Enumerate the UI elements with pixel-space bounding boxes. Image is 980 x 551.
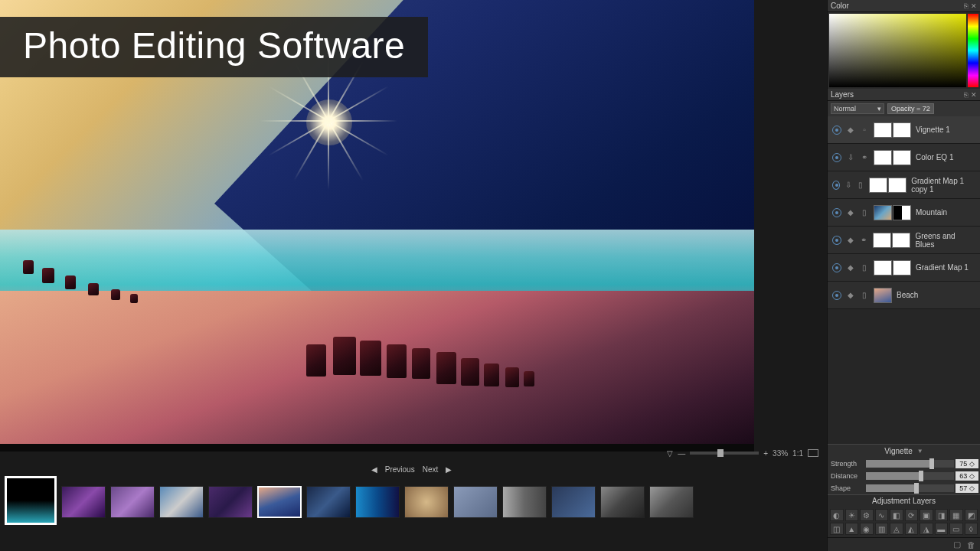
layer-thumb (874, 150, 911, 165)
layer-thumb (873, 233, 910, 248)
prev-button[interactable]: Previous (385, 465, 415, 474)
adj-gradientmap-icon[interactable]: ▦ (949, 509, 963, 521)
layer-name: Color EQ 1 (916, 153, 953, 161)
layer-row[interactable]: ◆▯Mountain (828, 199, 980, 227)
collapse-icon[interactable]: ▼ (917, 448, 923, 455)
adj-vignette-icon[interactable]: ▬ (935, 523, 949, 535)
layer-link-icon[interactable]: ⇩ (846, 153, 855, 162)
layer-mask-icon[interactable]: ⚭ (860, 153, 869, 162)
layer-mask-icon[interactable]: ▯ (860, 291, 869, 300)
filmstrip-thumb[interactable] (453, 486, 498, 518)
adj-vibrance-icon[interactable]: ▣ (920, 509, 933, 521)
layer-row[interactable]: ◆⚭Greens and Blues (828, 227, 980, 254)
layer-link-icon[interactable]: ◆ (846, 208, 855, 217)
filmstrip-thumb[interactable] (61, 486, 106, 518)
overlay-title: Photo Editing Software (0, 17, 428, 77)
slider-value[interactable]: 57 ◇ (956, 484, 978, 493)
visibility-icon[interactable] (832, 263, 841, 272)
layer-mask-icon[interactable]: ▫ (860, 126, 869, 135)
filmstrip-thumb[interactable] (502, 486, 547, 518)
adj-curves-icon[interactable]: ∿ (875, 509, 889, 521)
slider-value[interactable]: 75 ◇ (956, 459, 978, 468)
layer-link-icon[interactable]: ◆ (846, 263, 855, 272)
visibility-icon[interactable] (832, 181, 840, 190)
adj-brightness-icon[interactable]: ☀ (845, 509, 859, 521)
adj-photofilter-icon[interactable]: ◉ (860, 523, 874, 535)
adjustment-layers-grid: ◐ ☀ ⚙ ∿ ◧ ⟳ ▣ ◨ ▦ ◩ ◫ ▲ ◉ ▥ ◬ ◭ ◮ ▬ ▭ ◊ (828, 507, 980, 537)
slider-value[interactable]: 63 ◇ (956, 471, 978, 481)
layers-empty-area[interactable] (828, 309, 980, 444)
layer-thumb (874, 122, 911, 138)
adj-sharpen-icon[interactable]: ◊ (965, 523, 978, 535)
adj-splittone-icon[interactable]: ◭ (905, 523, 919, 535)
visibility-icon[interactable] (832, 153, 841, 162)
adj-levels-icon[interactable]: ⚙ (860, 509, 874, 521)
layers-list: ◆▫Vignette 1⇩⚭Color EQ 1⇩▯Gradient Map 1… (828, 116, 980, 309)
filmstrip-thumb[interactable] (257, 486, 302, 518)
canvas-area[interactable]: Photo Editing Software (0, 0, 754, 452)
filmstrip-thumb[interactable] (208, 486, 253, 518)
close-icon[interactable]: ✕ (971, 91, 977, 99)
trash-icon[interactable]: 🗑 (967, 540, 975, 549)
layer-link-icon[interactable]: ◆ (846, 126, 855, 135)
filmstrip-thumb[interactable] (600, 486, 645, 518)
color-picker[interactable] (828, 12, 980, 89)
close-icon[interactable]: ✕ (971, 2, 977, 10)
slider-track[interactable] (866, 484, 954, 492)
opacity-field[interactable]: Opacity = 72 (887, 103, 934, 114)
adj-selective-icon[interactable]: ◬ (890, 523, 903, 535)
filmstrip-thumb[interactable] (159, 486, 204, 518)
adj-posterize-icon[interactable]: ▲ (845, 523, 859, 535)
adj-bw-icon[interactable]: ◮ (920, 523, 933, 535)
adj-exposure-icon[interactable]: ◐ (830, 509, 844, 521)
adj-channelmixer-icon[interactable]: ◨ (935, 509, 949, 521)
filmstrip-thumb[interactable] (110, 486, 155, 518)
visibility-icon[interactable] (832, 291, 841, 300)
layer-mask-icon[interactable]: ▯ (857, 181, 864, 190)
layer-row[interactable]: ◆▫Vignette 1 (828, 116, 980, 144)
adj-colorbalance-icon[interactable]: ⟳ (905, 509, 919, 521)
filmstrip-thumb[interactable] (404, 486, 449, 518)
visibility-icon[interactable] (832, 208, 841, 217)
adjust-title-row[interactable]: Vignette ▼ (828, 444, 980, 458)
adj-threshold-icon[interactable]: ◫ (830, 523, 844, 535)
layer-link-icon[interactable]: ◆ (846, 291, 855, 300)
zoom-ratio-button[interactable]: 1:1 (792, 449, 803, 458)
layer-mask-icon[interactable]: ▯ (860, 208, 869, 217)
hue-slider[interactable] (968, 14, 978, 87)
filmstrip-thumb[interactable] (306, 486, 351, 518)
layer-row[interactable]: ◆▯Gradient Map 1 (828, 254, 980, 282)
visibility-icon[interactable] (832, 126, 841, 135)
filmstrip-thumb[interactable] (649, 486, 694, 518)
slider-track[interactable] (866, 460, 954, 468)
new-layer-icon[interactable]: ▢ (953, 540, 961, 549)
prev-icon[interactable]: ◀ (371, 465, 377, 474)
layer-row[interactable]: ⇩⚭Color EQ 1 (828, 144, 980, 171)
filmstrip-thumb[interactable] (551, 486, 596, 518)
visibility-icon[interactable] (832, 236, 841, 245)
color-field[interactable] (829, 14, 966, 87)
zoom-out-icon[interactable]: ▽ (667, 449, 673, 458)
pin-icon[interactable]: ⎘ (964, 91, 968, 99)
adj-invert-icon[interactable]: ◩ (965, 509, 978, 521)
layer-link-icon[interactable]: ⇩ (844, 181, 852, 190)
fit-icon[interactable] (808, 449, 818, 457)
next-icon[interactable]: ▶ (446, 465, 452, 474)
adj-noise-icon[interactable]: ▭ (949, 523, 963, 535)
blend-mode-select[interactable]: Normal ▾ (831, 103, 884, 114)
layer-row[interactable]: ◆▯Beach (828, 282, 980, 309)
zoom-minus-icon[interactable]: — (678, 449, 685, 458)
layer-mask-icon[interactable]: ▯ (860, 263, 869, 272)
pin-icon[interactable]: ⎘ (964, 2, 968, 10)
adj-lut-icon[interactable]: ▥ (875, 523, 889, 535)
layer-row[interactable]: ⇩▯Gradient Map 1 copy 1 (828, 171, 980, 199)
zoom-slider[interactable] (690, 452, 759, 455)
next-button[interactable]: Next (423, 465, 439, 474)
layer-link-icon[interactable]: ◆ (846, 236, 855, 245)
zoom-plus-icon[interactable]: + (763, 449, 768, 458)
filmstrip-thumb[interactable] (355, 486, 400, 518)
logo-thumb[interactable] (5, 476, 57, 525)
slider-track[interactable] (866, 472, 954, 480)
adj-hsl-icon[interactable]: ◧ (890, 509, 903, 521)
layer-mask-icon[interactable]: ⚭ (860, 236, 869, 245)
